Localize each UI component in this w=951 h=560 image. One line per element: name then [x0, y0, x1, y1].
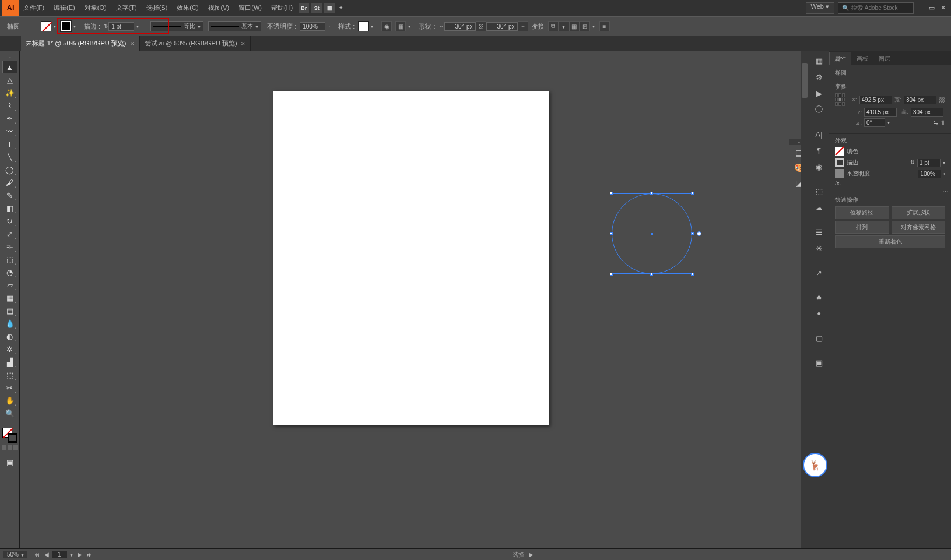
slice-tool[interactable]: ✂	[3, 382, 17, 393]
actions-icon[interactable]: ⚙	[813, 71, 825, 83]
tab-layers[interactable]: 图层	[873, 52, 896, 65]
glyphs-icon[interactable]: ◉	[813, 161, 825, 172]
menu-object[interactable]: 对象(O)	[80, 0, 111, 16]
close-icon[interactable]: ✕	[241, 41, 245, 47]
menu-view[interactable]: 视图(V)	[203, 0, 234, 16]
tab-active[interactable]: 未标题-1* @ 50% (RGB/GPU 预览)✕	[21, 36, 140, 51]
x-input[interactable]	[859, 96, 892, 104]
para-icon[interactable]: ¶	[813, 145, 825, 156]
transform-label[interactable]: 变换	[528, 22, 548, 31]
arrange-icon[interactable]: ▦	[324, 3, 335, 13]
stroke-weight-input[interactable]	[917, 159, 941, 167]
selection-tool[interactable]: ▲	[3, 61, 17, 73]
blend-tool[interactable]: ◐	[3, 330, 17, 342]
perspective-tool[interactable]: ▱	[3, 279, 17, 291]
stroke-swatch[interactable]	[835, 158, 844, 167]
rotate-tool[interactable]: ↻	[3, 215, 17, 227]
lasso-tool[interactable]: ⌇	[3, 100, 17, 111]
stroke-swatch[interactable]	[61, 21, 71, 31]
tab-properties[interactable]: 属性	[829, 52, 851, 65]
stroke-dd[interactable]: ▾	[71, 21, 78, 31]
eyedropper-tool[interactable]: 💧	[3, 318, 17, 329]
flip-v-icon[interactable]: ⥮	[941, 119, 945, 126]
artboard-nav[interactable]: ⏮◀1▾▶⏭	[32, 551, 94, 558]
w-input[interactable]	[904, 96, 936, 104]
libraries-icon[interactable]: ▦	[813, 55, 825, 66]
tab-other[interactable]: 尝试.ai @ 50% (RGB/GPU 预览)✕	[140, 36, 251, 51]
opacity-input[interactable]	[300, 22, 325, 31]
close-button[interactable]: ✕	[937, 2, 949, 15]
arrange-button[interactable]: 排列	[835, 221, 889, 234]
menu-type[interactable]: 文字(T)	[111, 0, 142, 16]
close-icon[interactable]: ✕	[130, 41, 135, 47]
eraser-tool[interactable]: ◧	[3, 202, 17, 214]
minimize-button[interactable]: —	[914, 2, 925, 15]
menu-select[interactable]: 选择(S)	[142, 0, 173, 16]
maximize-button[interactable]: ▭	[925, 2, 937, 15]
pie-widget-icon[interactable]	[697, 231, 701, 236]
zoom-select[interactable]: 50%▾	[3, 551, 27, 558]
fill-stroke-control[interactable]	[2, 428, 17, 443]
ellipse-tool[interactable]: ◯	[3, 164, 17, 175]
stroke-label[interactable]: 描边 :	[80, 22, 104, 31]
workspace-switcher[interactable]: Web ▾	[806, 2, 834, 14]
menu-file[interactable]: 文件(F)	[19, 0, 49, 16]
canvas-area[interactable]: «✕ ▤ 🎨 ◪	[20, 51, 809, 548]
expand-shape-button[interactable]: 扩展形状	[892, 206, 946, 219]
play-icon[interactable]: ▶	[813, 87, 825, 99]
fill-swatch[interactable]	[835, 147, 844, 156]
pathfinder-icon[interactable]: ▣	[813, 357, 825, 368]
scale-tool[interactable]: ⤢	[3, 228, 17, 240]
stock-icon[interactable]: St	[311, 3, 322, 13]
brushes-icon[interactable]: ✦	[813, 308, 825, 319]
opacity-value-input[interactable]	[918, 170, 941, 178]
gpu-icon[interactable]: ✦	[336, 4, 346, 12]
color-mode-icons[interactable]	[2, 445, 18, 450]
char-icon[interactable]: A|	[813, 128, 825, 140]
recolor-button[interactable]: 重新着色	[835, 235, 945, 248]
align-icon[interactable]: ▦	[395, 21, 406, 31]
stroke-icon[interactable]: ☰	[813, 226, 825, 238]
free-transform-tool[interactable]: ⬚	[3, 253, 17, 265]
info-icon[interactable]: ⓘ	[813, 104, 825, 115]
export-icon[interactable]: ↗	[813, 267, 825, 279]
shape-builder-tool[interactable]: ◔	[3, 266, 17, 278]
menu-window[interactable]: 窗口(W)	[234, 0, 266, 16]
menu-effect[interactable]: 效果(C)	[172, 0, 203, 16]
brightness-icon[interactable]: ☀	[813, 242, 825, 254]
gradient-tool[interactable]: ▤	[3, 305, 17, 316]
align-panel-icon[interactable]: ▢	[813, 332, 825, 344]
paintbrush-tool[interactable]: 🖌	[3, 177, 17, 188]
reference-point-grid[interactable]	[835, 93, 845, 106]
symbol-sprayer-tool[interactable]: ✲	[3, 343, 17, 355]
style-swatch[interactable]	[358, 21, 369, 31]
dock-icon1[interactable]: ▦	[569, 21, 580, 31]
fill-dd[interactable]: ▾	[51, 21, 58, 31]
transform-dd-icon[interactable]: ▾	[559, 21, 569, 31]
flip-h-icon[interactable]: ⇋	[934, 119, 938, 126]
hand-tool[interactable]: ✋	[3, 395, 17, 406]
angle-input[interactable]	[864, 118, 885, 127]
links-icon[interactable]: ⬚	[813, 185, 825, 197]
opacity-swatch[interactable]	[835, 169, 844, 178]
fill-swatch[interactable]	[41, 21, 51, 31]
selected-ellipse[interactable]	[612, 193, 692, 274]
magic-wand-tool[interactable]: ✨	[3, 87, 17, 98]
expand-icon[interactable]: ▶	[529, 551, 534, 558]
menu-help[interactable]: 帮助(H)	[266, 0, 297, 16]
screen-mode-tool[interactable]: ▣	[3, 456, 17, 468]
pen-tool[interactable]: ✒	[3, 112, 17, 124]
tab-artboards[interactable]: 画板	[851, 52, 873, 65]
direct-selection-tool[interactable]: △	[3, 74, 17, 86]
profile-select[interactable]: 等比▾	[150, 21, 203, 31]
y-input[interactable]	[864, 108, 897, 117]
cc-icon[interactable]: ☁	[813, 202, 825, 213]
shape-height-input[interactable]	[486, 22, 518, 31]
fx-label[interactable]: fx.	[835, 180, 841, 186]
dock-icon3[interactable]: ≡	[599, 21, 610, 31]
artboard-tool[interactable]: ⬚	[3, 369, 17, 381]
offset-path-button[interactable]: 位移路径	[835, 206, 889, 219]
artboard[interactable]	[273, 91, 549, 425]
shaper-tool[interactable]: ✎	[3, 189, 17, 201]
recolor-icon[interactable]: ◉	[381, 21, 392, 31]
